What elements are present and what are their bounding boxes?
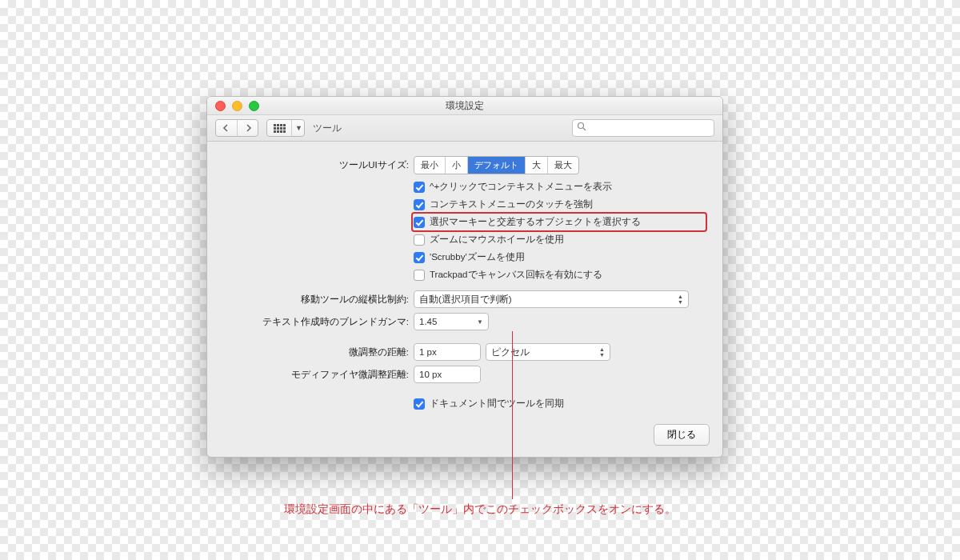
close-button[interactable]: 閉じる	[654, 424, 710, 446]
ui-size-option[interactable]: デフォルト	[468, 157, 526, 174]
dialog-footer: 閉じる	[207, 416, 722, 457]
nudge-input[interactable]: 1 px	[414, 343, 481, 361]
option-checkbox[interactable]	[414, 182, 425, 193]
chevron-left-icon	[222, 124, 230, 132]
ui-size-segmented: 最小小デフォルト大最大	[414, 156, 579, 174]
checkbox-row: ズームにマウスホイールを使用	[414, 232, 705, 247]
mod-nudge-label: モディファイヤ微調整距離:	[225, 369, 414, 381]
gamma-label: テキスト作成時のブレンドガンマ:	[225, 316, 414, 328]
svg-line-1	[583, 128, 586, 130]
sync-label: ドキュメント間でツールを同期	[430, 398, 564, 410]
preferences-window: 環境設定 ▼ ツール	[206, 96, 723, 458]
breadcrumb: ツール	[313, 122, 342, 135]
sync-checkbox[interactable]	[414, 398, 425, 410]
option-label: コンテキストメニューのタッチを強制	[430, 198, 593, 210]
grid-icon	[274, 124, 286, 133]
checkbox-row: コンテキストメニューのタッチを強制	[414, 197, 705, 212]
option-label: 'Scrubby'ズームを使用	[430, 251, 525, 263]
gamma-select[interactable]: 1.45 ▼	[414, 313, 489, 330]
nudge-unit-select[interactable]: ピクセル ▲▼	[486, 343, 610, 361]
gamma-value: 1.45	[419, 317, 437, 326]
ui-size-option[interactable]: 小	[446, 157, 468, 174]
chevron-down-icon: ▼	[477, 318, 483, 326]
preferences-body: ツールUIサイズ: 最小小デフォルト大最大 ^+クリックでコンテキストメニューを…	[207, 142, 722, 416]
nav-forward-button[interactable]	[237, 120, 258, 136]
search-input[interactable]	[572, 119, 714, 137]
stepper-icon: ▲▼	[599, 346, 605, 358]
annotation-caption: 環境設定画面の中にある「ツール」内でこのチェックボックスをオンにする。	[0, 502, 960, 517]
view-dropdown-button[interactable]: ▼	[291, 120, 304, 136]
nudge-value: 1 px	[419, 347, 437, 357]
ui-size-option[interactable]: 最大	[548, 157, 578, 174]
ui-size-option[interactable]: 最小	[414, 157, 446, 174]
mod-nudge-input[interactable]: 10 px	[414, 366, 481, 383]
option-label: 選択マーキーと交差するオブジェクトを選択する	[430, 216, 641, 228]
nav-back-forward	[215, 119, 258, 137]
aspect-select[interactable]: 自動(選択項目で判断) ▲▼	[414, 290, 689, 308]
sync-checklist: ドキュメント間でツールを同期	[414, 396, 705, 411]
option-checkbox[interactable]	[414, 270, 425, 281]
svg-point-0	[578, 123, 584, 129]
window-title: 環境設定	[207, 99, 722, 113]
checkbox-row: ^+クリックでコンテキストメニューを表示	[414, 179, 705, 194]
tool-options-checklist: ^+クリックでコンテキストメニューを表示コンテキストメニューのタッチを強制選択マ…	[414, 179, 705, 282]
ui-size-option[interactable]: 大	[526, 157, 548, 174]
aspect-label: 移動ツールの縦横比制約:	[225, 294, 414, 306]
aspect-value: 自動(選択項目で判断)	[419, 294, 512, 306]
mod-nudge-value: 10 px	[419, 370, 442, 379]
titlebar: 環境設定	[207, 97, 722, 115]
checkbox-row: 'Scrubby'ズームを使用	[414, 250, 705, 265]
option-checkbox[interactable]	[414, 252, 425, 263]
sync-checkbox-row: ドキュメント間でツールを同期	[414, 396, 705, 411]
view-switcher: ▼	[266, 119, 305, 137]
option-checkbox[interactable]	[414, 217, 425, 228]
nudge-label: 微調整の距離:	[225, 346, 414, 358]
annotation-pointer-line	[512, 331, 513, 499]
ui-size-label: ツールUIサイズ:	[225, 159, 414, 171]
checkbox-row: 選択マーキーと交差するオブジェクトを選択する	[414, 214, 705, 230]
option-checkbox[interactable]	[414, 234, 425, 246]
option-label: ズームにマウスホイールを使用	[430, 234, 564, 246]
option-checkbox[interactable]	[414, 199, 425, 210]
option-label: Trackpadでキャンバス回転を有効にする	[430, 269, 602, 281]
search-icon	[577, 122, 586, 131]
checkbox-row: Trackpadでキャンバス回転を有効にする	[414, 267, 705, 282]
stepper-icon: ▲▼	[678, 294, 683, 305]
chevron-down-icon: ▼	[294, 124, 302, 132]
nav-back-button[interactable]	[216, 120, 237, 136]
search-box	[572, 119, 714, 137]
toolbar: ▼ ツール	[207, 115, 722, 142]
chevron-right-icon	[244, 124, 252, 132]
grid-view-button[interactable]	[267, 120, 291, 136]
option-label: ^+クリックでコンテキストメニューを表示	[430, 181, 612, 193]
nudge-unit-value: ピクセル	[491, 346, 530, 358]
